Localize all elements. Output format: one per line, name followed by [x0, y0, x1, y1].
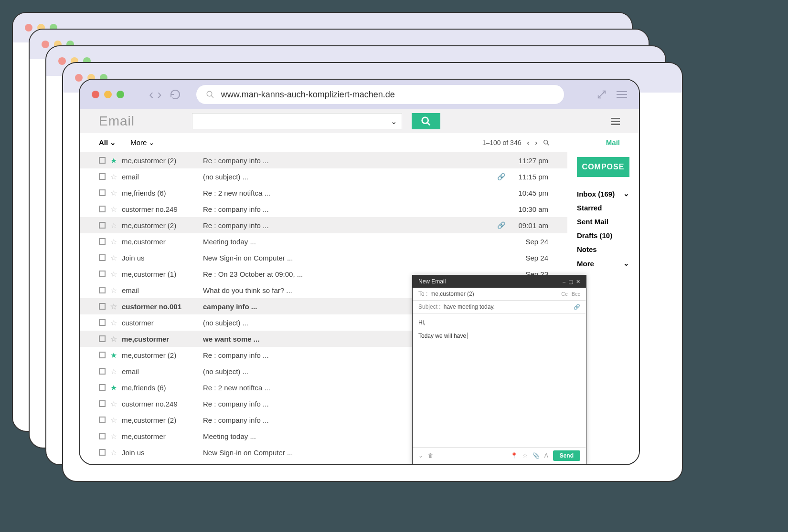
compose-delete-icon[interactable]: 🗑 [428, 452, 434, 459]
star-icon[interactable]: ☆ [110, 270, 117, 279]
attach-icon[interactable]: 📎 [532, 452, 540, 459]
compose-to-field[interactable]: To : me,custormer (2) Cc Bcc [413, 288, 586, 301]
checkbox[interactable] [99, 368, 106, 375]
checkbox[interactable] [99, 319, 106, 326]
sender: email [122, 173, 198, 181]
star-icon[interactable]: ☆ [110, 334, 117, 344]
checkbox[interactable] [99, 271, 106, 277]
search-button[interactable] [412, 113, 440, 129]
checkbox[interactable] [99, 400, 106, 407]
star-icon[interactable]: ☆ [110, 205, 117, 214]
attachment-icon: 🔗 [497, 173, 505, 180]
compose-close-icon[interactable]: ✕ [576, 279, 580, 285]
email-row[interactable]: ☆custormer no.249Re : company info ...10… [80, 201, 567, 217]
star-icon[interactable]: ☆ [110, 188, 117, 198]
email-row[interactable]: ☆me,custormerMeeting today ...Sep 24 [80, 233, 567, 250]
pager-prev-icon[interactable]: ‹ [527, 139, 529, 146]
star-icon[interactable]: ☆ [110, 367, 117, 376]
close-button[interactable] [92, 91, 99, 98]
bcc-link[interactable]: Bcc [572, 291, 580, 297]
sidebar-item[interactable]: More⌄ [577, 256, 629, 271]
time: 11:27 pm [510, 156, 548, 165]
svg-point-4 [422, 117, 428, 124]
menu-icon[interactable] [617, 91, 627, 98]
star-icon[interactable]: ☆ [110, 399, 117, 408]
star-icon[interactable]: ★ [110, 383, 117, 392]
pager-next-icon[interactable]: › [535, 139, 537, 146]
maximize-button[interactable] [117, 91, 124, 98]
app-menu-icon[interactable] [611, 118, 620, 125]
star-icon[interactable]: ☆ [522, 452, 528, 459]
sidebar-item[interactable]: Inbox (169)⌄ [577, 187, 629, 201]
sidebar-item[interactable]: Sent Mail [577, 215, 629, 229]
search-dropdown-icon[interactable]: ⌄ [391, 117, 397, 126]
star-icon[interactable]: ☆ [110, 172, 117, 181]
time: Sep 24 [510, 254, 548, 262]
star-icon[interactable]: ☆ [110, 464, 117, 465]
attachment-icon[interactable]: 🔗 [574, 304, 580, 310]
font-icon[interactable]: A [544, 452, 548, 459]
checkbox[interactable] [99, 157, 106, 164]
checkbox[interactable] [99, 238, 106, 245]
star-icon[interactable]: ☆ [110, 432, 117, 441]
checkbox[interactable] [99, 417, 106, 423]
star-icon[interactable]: ☆ [110, 318, 117, 327]
location-icon[interactable]: 📍 [511, 452, 518, 459]
email-row[interactable]: ☆Join usNew Sign-in on Computer ...Sep 2… [80, 250, 567, 266]
filter-all[interactable]: All ⌄ [99, 138, 116, 147]
cc-link[interactable]: Cc [561, 291, 567, 297]
compose-body[interactable]: Hi, Today we will have [413, 313, 586, 447]
checkbox[interactable] [99, 222, 106, 229]
send-button[interactable]: Send [553, 450, 580, 461]
star-icon[interactable]: ☆ [110, 416, 117, 425]
compose-button[interactable]: COMPOSE [577, 157, 629, 177]
search-input[interactable]: ⌄ [192, 113, 402, 129]
sidebar-item[interactable]: Notes [577, 242, 629, 256]
sender: email [122, 286, 198, 294]
star-icon[interactable]: ★ [110, 156, 117, 165]
checkbox[interactable] [99, 352, 106, 358]
compose-expand-icon[interactable]: ▢ [568, 279, 573, 285]
sidebar-item[interactable]: Starred [577, 201, 629, 215]
svg-line-7 [547, 143, 549, 145]
star-icon[interactable]: ☆ [110, 221, 117, 230]
email-row[interactable]: ★me,custormer (2)Re : company info ...11… [80, 152, 567, 168]
mail-label[interactable]: Mail [606, 138, 620, 146]
checkbox[interactable] [99, 335, 106, 342]
reload-icon[interactable] [170, 89, 181, 100]
svg-line-1 [211, 95, 213, 98]
search-small-icon[interactable] [543, 139, 550, 146]
checkbox[interactable] [99, 384, 106, 391]
compose-minimize-icon[interactable]: – [563, 279, 565, 285]
svg-point-0 [207, 91, 212, 96]
time: 10:30 am [510, 205, 548, 213]
star-icon[interactable]: ☆ [110, 237, 117, 246]
star-icon[interactable]: ☆ [110, 253, 117, 262]
pager: 1–100 of 346 ‹ › [482, 139, 550, 146]
email-row[interactable]: ☆email(no subject) ...🔗11:15 pm [80, 168, 567, 185]
url-bar[interactable]: www.man-kanns-auch-kompliziert-machen.de [196, 85, 564, 104]
minimize-button[interactable] [104, 91, 112, 98]
star-icon[interactable]: ★ [110, 351, 117, 360]
star-icon[interactable]: ☆ [110, 302, 117, 311]
checkbox[interactable] [99, 303, 106, 310]
checkbox[interactable] [99, 189, 106, 196]
checkbox[interactable] [99, 287, 106, 293]
checkbox[interactable] [99, 433, 106, 439]
email-row[interactable]: ☆me,friends (6)Re : 2 new notiftca ...10… [80, 185, 567, 201]
sidebar-item[interactable]: Drafts (10) [577, 229, 629, 242]
expand-icon[interactable] [596, 89, 607, 100]
compose-header[interactable]: New Email – ▢ ✕ [413, 275, 586, 288]
star-icon[interactable]: ☆ [110, 448, 117, 457]
checkbox[interactable] [99, 254, 106, 261]
compose-more-icon[interactable]: ⌄ [418, 452, 423, 459]
email-row[interactable]: ☆me,custormer (2)Re : company info ...🔗0… [80, 217, 567, 233]
star-icon[interactable]: ☆ [110, 286, 117, 295]
checkbox[interactable] [99, 206, 106, 212]
checkbox[interactable] [99, 449, 106, 456]
nav-back-icon[interactable]: ‹ [149, 87, 153, 102]
compose-subject-field[interactable]: Subject : have meeting today. 🔗 [413, 301, 586, 313]
toolbar-more[interactable]: More ⌄ [130, 138, 155, 147]
nav-forward-icon[interactable]: › [157, 87, 161, 102]
checkbox[interactable] [99, 173, 106, 180]
